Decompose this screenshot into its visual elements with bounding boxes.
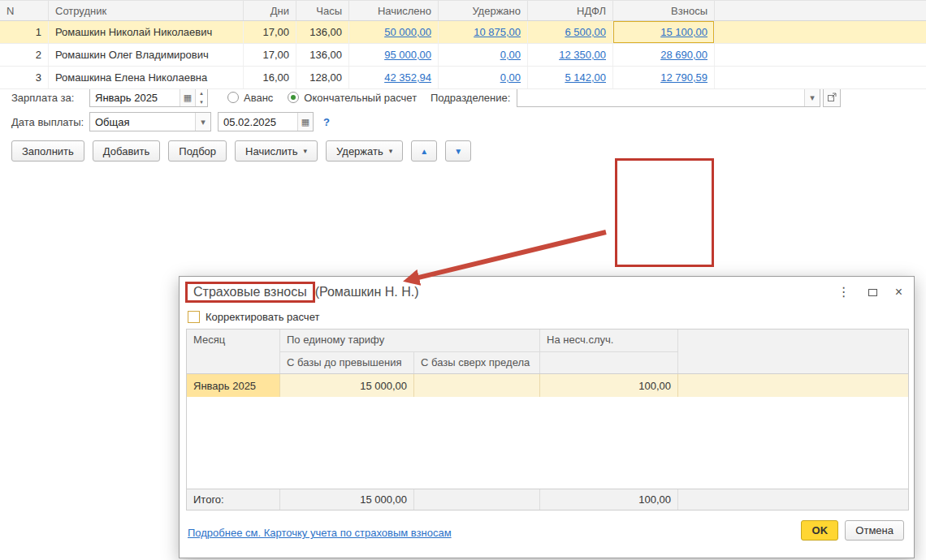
advance-radio[interactable]: [227, 92, 239, 103]
accrue-button[interactable]: Начислить ▾: [235, 140, 318, 162]
contributions-table-header: Месяц По единому тарифу На несч.случ. С …: [187, 330, 908, 374]
column-header-spacer: [678, 330, 908, 373]
hours-cell[interactable]: 136,00: [296, 21, 349, 43]
help-link[interactable]: ?: [323, 116, 330, 128]
ndfl-cell[interactable]: 5 142,00: [528, 67, 613, 88]
column-header-accrued[interactable]: Начислено: [349, 1, 439, 20]
accident-cell[interactable]: 100,00: [540, 374, 678, 397]
calendar-icon[interactable]: ▦: [180, 88, 195, 106]
chevron-down-icon[interactable]: ▾: [804, 88, 820, 106]
withheld-link[interactable]: 10 875,00: [474, 26, 521, 38]
cancel-button[interactable]: Отмена: [845, 520, 904, 541]
annotation-box-title: Страховые взносы: [185, 282, 315, 303]
add-button[interactable]: Добавить: [93, 140, 160, 162]
period-input[interactable]: [90, 88, 180, 106]
spin-down-icon[interactable]: ▾: [196, 97, 207, 106]
row-spacer-cell: [715, 67, 926, 88]
ndfl-link[interactable]: 12 350,00: [559, 49, 606, 61]
employee-name-cell[interactable]: Ромашкина Елена Николаевна: [49, 67, 244, 88]
withhold-button[interactable]: Удержать ▾: [326, 140, 403, 162]
table-empty-area: [187, 397, 908, 489]
ok-button[interactable]: OK: [801, 520, 838, 541]
contributions-link[interactable]: 28 690,00: [660, 49, 707, 61]
open-icon: [827, 93, 837, 102]
pick-button[interactable]: Подбор: [168, 140, 227, 162]
fill-button[interactable]: Заполнить: [11, 140, 84, 162]
ndfl-cell[interactable]: 12 350,00: [528, 44, 613, 66]
final-settlement-radio[interactable]: [288, 92, 299, 103]
column-header-unified-tariff[interactable]: По единому тарифу: [280, 330, 540, 352]
calendar-icon[interactable]: ▦: [297, 113, 313, 131]
withheld-link[interactable]: 0,00: [500, 49, 521, 61]
row-spacer-cell: [715, 21, 926, 43]
contributions-cell[interactable]: 28 690,00: [613, 44, 715, 66]
more-icon[interactable]: ⋮: [837, 286, 850, 299]
accrued-cell[interactable]: 95 000,00: [349, 44, 439, 66]
payment-date-input[interactable]: [219, 113, 297, 131]
row-number-cell: 1: [0, 21, 49, 43]
contributions-cell[interactable]: 12 790,59: [613, 67, 715, 88]
open-department-button[interactable]: [823, 88, 841, 107]
accrued-link[interactable]: 50 000,00: [384, 26, 431, 38]
column-header-month[interactable]: Месяц: [187, 330, 280, 373]
employee-name-cell[interactable]: Ромашкин Олег Владимирович: [49, 44, 244, 66]
chevron-down-icon[interactable]: ▾: [195, 113, 210, 131]
column-header-base-above[interactable]: С базы сверх предела: [414, 352, 540, 373]
hours-cell[interactable]: 128,00: [296, 67, 349, 88]
insurance-contributions-dialog: Страховые взносы (Ромашкин Н. Н.) ⋮ × Ко…: [179, 276, 915, 558]
chevron-down-icon: ▾: [304, 147, 308, 155]
base-above-cell[interactable]: [414, 374, 540, 397]
withheld-cell[interactable]: 0,00: [439, 44, 528, 66]
column-header-ndfl[interactable]: НДФЛ: [528, 1, 613, 20]
close-icon[interactable]: ×: [895, 286, 902, 299]
accrued-cell[interactable]: 42 352,94: [349, 67, 439, 88]
contributions-row[interactable]: Январь 2025 15 000,00 100,00: [187, 374, 908, 397]
column-header-accident[interactable]: На несч.случ.: [540, 330, 678, 352]
column-header-days[interactable]: Дни: [244, 1, 296, 20]
table-row[interactable]: 2 Ромашкин Олег Владимирович 17,00 136,0…: [0, 44, 926, 67]
hours-cell[interactable]: 136,00: [296, 44, 349, 66]
withheld-link[interactable]: 0,00: [500, 71, 521, 84]
total-accident: 100,00: [540, 489, 678, 510]
move-up-button[interactable]: ▲: [411, 140, 437, 162]
ndfl-link[interactable]: 5 142,00: [565, 71, 606, 84]
column-header-employee[interactable]: Сотрудник: [49, 1, 244, 20]
spin-up-icon[interactable]: ▴: [196, 88, 207, 97]
department-input[interactable]: [517, 88, 804, 106]
contributions-card-link[interactable]: Подробнее см. Карточку учета по страховы…: [188, 527, 452, 539]
contributions-link[interactable]: 15 100,00: [660, 26, 707, 38]
form-row-period: Зарплата за: ▦ ▴ ▾ Аванс Окончательный р…: [11, 88, 417, 107]
base-below-cell[interactable]: 15 000,00: [280, 374, 414, 397]
column-header-withheld[interactable]: Удержано: [439, 1, 528, 20]
days-cell[interactable]: 17,00: [244, 44, 296, 66]
payment-type-input[interactable]: [90, 113, 195, 131]
withhold-label: Удержать: [336, 145, 383, 157]
withheld-cell[interactable]: 0,00: [439, 67, 528, 88]
column-header-n[interactable]: N: [0, 1, 49, 20]
column-header-base-below[interactable]: С базы до превышения: [280, 352, 414, 373]
payment-date-label: Дата выплаты:: [11, 116, 89, 128]
accrued-link[interactable]: 42 352,94: [384, 71, 431, 84]
days-cell[interactable]: 16,00: [244, 67, 296, 88]
employee-name-cell[interactable]: Ромашкин Николай Николаевич: [49, 21, 244, 43]
ndfl-cell[interactable]: 6 500,00: [528, 21, 613, 43]
adjust-calculation-checkbox[interactable]: [188, 311, 200, 323]
adjust-calculation-row: Корректировать расчет: [188, 311, 319, 323]
maximize-icon[interactable]: [868, 289, 877, 296]
days-cell[interactable]: 17,00: [244, 21, 296, 43]
table-row[interactable]: 3 Ромашкина Елена Николаевна 16,00 128,0…: [0, 67, 926, 89]
advance-label: Аванс: [244, 92, 273, 104]
ndfl-link[interactable]: 6 500,00: [565, 26, 606, 38]
contributions-cell[interactable]: 15 100,00: [613, 21, 715, 43]
move-down-button[interactable]: ▼: [445, 140, 471, 162]
column-header-contributions[interactable]: Взносы: [613, 1, 715, 20]
accrued-link[interactable]: 95 000,00: [384, 49, 431, 61]
department-combo: ▾: [517, 88, 820, 107]
table-row[interactable]: 1 Ромашкин Николай Николаевич 17,00 136,…: [0, 21, 926, 44]
column-header-hours[interactable]: Часы: [296, 1, 349, 20]
accrued-cell[interactable]: 50 000,00: [349, 21, 439, 43]
month-cell[interactable]: Январь 2025: [187, 374, 280, 397]
withheld-cell[interactable]: 10 875,00: [439, 21, 528, 43]
row-number-cell: 2: [0, 44, 49, 66]
contributions-link[interactable]: 12 790,59: [660, 71, 707, 84]
